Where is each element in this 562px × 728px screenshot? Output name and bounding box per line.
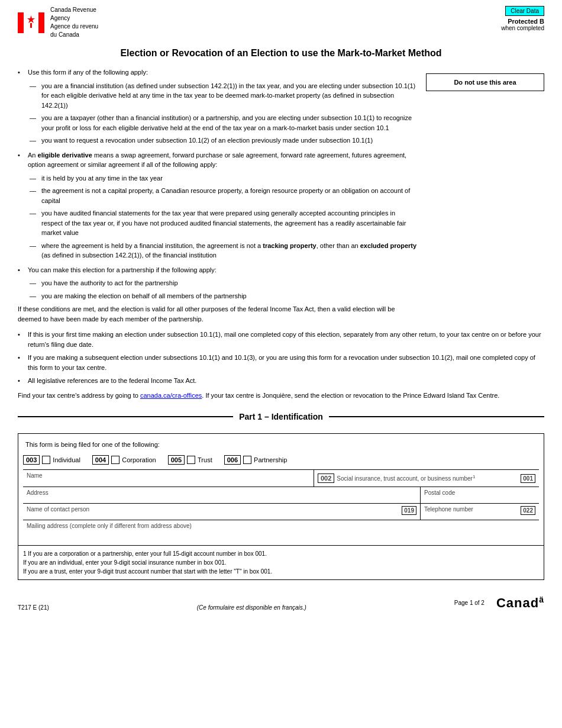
svg-rect-2	[38, 12, 44, 33]
sin-sup: 1	[473, 474, 475, 479]
sin-cell: 002 Social insurance, trust account, or …	[314, 470, 539, 487]
partnership-note: If these conditions are met, and the ele…	[18, 304, 417, 324]
bullet-dot: •	[18, 150, 25, 170]
footnote-3: If you are a trust, enter your 9-digit t…	[23, 567, 539, 576]
mailing-address-field[interactable]: Mailing address (complete only if differ…	[23, 520, 539, 540]
name-field[interactable]: Name	[23, 470, 314, 487]
partnership-bullets: — you have the authority to act for the …	[30, 278, 417, 301]
agency-branding: Canada Revenue Agency Agence du revenu d…	[18, 6, 98, 39]
subsequent-bullet: • If you are making a subsequent electio…	[18, 353, 544, 372]
divider-line-right	[329, 416, 544, 417]
svg-rect-4	[30, 23, 32, 28]
trust-label: Trust	[198, 456, 212, 463]
legislative-bullet: • All legislative references are to the …	[18, 376, 544, 386]
contact-field[interactable]: Name of contact person 019	[23, 504, 421, 520]
address-row: Address Postal code	[23, 487, 539, 503]
first-time-bullet: • If this is your first time making an e…	[18, 330, 544, 349]
clear-data-button[interactable]: Clear Data	[505, 6, 544, 16]
agency-en: Canada Revenue	[50, 7, 96, 13]
dash-icon: —	[30, 241, 38, 260]
eligible-bullet-4: where the agreement is held by a financi…	[41, 241, 417, 260]
dash-icon: —	[30, 113, 38, 133]
footnote-2: If you are an individual, enter your 9-d…	[23, 558, 539, 567]
when-completed-label: when completed	[501, 25, 544, 31]
eligible-bullet-3: you have audited financial statements fo…	[41, 208, 417, 238]
page-footer: T217 E (21) (Ce formulaire est disponibl…	[18, 592, 544, 611]
individual-checkbox[interactable]	[42, 456, 50, 464]
list-item: — you want to request a revocation under…	[30, 136, 417, 146]
cra-offices-link[interactable]: canada.ca/cra-offices	[140, 392, 202, 399]
list-item: — you have audited financial statements …	[30, 208, 417, 238]
partnership-checkbox[interactable]	[243, 456, 251, 464]
corporation-checkbox-item: 004 Corporation	[92, 455, 156, 465]
instructions-continued: • If this is your first time making an e…	[18, 330, 544, 400]
field-code-001: 001	[521, 474, 535, 483]
dash-icon: —	[30, 208, 38, 238]
mailing-label: Mailing address (complete only if differ…	[27, 523, 192, 529]
agency-fr2: du Canada	[50, 31, 79, 38]
dash-icon: —	[30, 278, 38, 288]
footnote-1: 1 If you are a corporation or a partners…	[23, 549, 539, 558]
instructions-main: • Use this form if any of the following …	[18, 67, 417, 324]
bullet-dot: •	[18, 67, 25, 78]
list-item: — where the agreement is held by a finan…	[30, 241, 417, 260]
eligible-derivative-text: An eligible derivative means a swap agre…	[28, 150, 417, 170]
bullet-dot: •	[18, 330, 25, 349]
divider-line-left	[18, 416, 233, 417]
tax-centre-info: Find your tax centre's address by going …	[18, 391, 544, 401]
canada-wordmark: Canadä	[496, 595, 544, 611]
french-note: (Ce formulaire est disponible en françai…	[197, 604, 306, 611]
contact-label: Name of contact person	[27, 506, 399, 513]
telephone-label: Telephone number	[424, 506, 518, 513]
part1-section: This form is being filed for one of the …	[18, 433, 544, 580]
partnership-checkbox-item: 006 Partnership	[224, 455, 288, 465]
eligible-derivative-intro: • An eligible derivative means a swap ag…	[18, 150, 417, 170]
corporation-checkbox[interactable]	[111, 456, 119, 464]
subsequent-text: If you are making a subsequent election …	[28, 353, 544, 372]
part1-label: Part 1 – Identification	[233, 412, 329, 421]
list-item: — the agreement is not a capital propert…	[30, 186, 417, 205]
first-time-text: If this is your first time making an ele…	[28, 330, 544, 349]
field-code-006: 006	[224, 455, 241, 465]
canada-a-special: ä	[539, 595, 544, 604]
form-title: Election or Revocation of an Election to…	[18, 48, 544, 59]
bullet-text-2: you are a taxpayer (other than a financi…	[41, 113, 417, 133]
use-form-text: Use this form if any of the following ap…	[28, 67, 148, 78]
contact-row: Name of contact person 019 Telephone num…	[23, 503, 539, 520]
bullet-text-1: you are a financial institution (as defi…	[41, 81, 417, 111]
protected-b-label: Protected B	[501, 18, 544, 25]
partnership-text: You can make this election for a partner…	[28, 265, 217, 275]
list-item: — you are a taxpayer (other than a finan…	[30, 113, 417, 133]
partnership-bullet-1: you have the authority to act for the pa…	[41, 278, 178, 288]
field-code-019: 019	[402, 506, 416, 515]
dash-icon: —	[30, 291, 38, 301]
svg-rect-0	[18, 12, 24, 33]
footnotes-section: 1 If you are a corporation or a partners…	[18, 545, 544, 579]
do-not-use-area-text: Do not use this area	[454, 79, 516, 86]
address-field[interactable]: Address	[23, 487, 421, 503]
page-info: Page 1 of 2	[454, 600, 485, 606]
part1-body: This form is being filed for one of the …	[18, 434, 544, 545]
bullet-dot: •	[18, 353, 25, 372]
bullet-text-3: you want to request a revocation under s…	[41, 136, 373, 146]
dash-icon: —	[30, 136, 38, 146]
postal-code-label: Postal code	[424, 489, 455, 496]
dash-icon: —	[30, 173, 38, 183]
partnership-bullet-2: you are making the election on behalf of…	[41, 291, 247, 301]
agency-en2: Agency	[50, 15, 70, 21]
use-form-intro: • Use this form if any of the following …	[18, 67, 417, 78]
canada-flag-icon	[18, 12, 44, 33]
individual-checkbox-item: 003 Individual	[23, 455, 80, 465]
page-header: Canada Revenue Agency Agence du revenu d…	[18, 6, 544, 39]
field-code-022: 022	[521, 506, 535, 515]
do-not-use-area-box: Do not use this area	[426, 73, 544, 91]
trust-checkbox-item: 005 Trust	[168, 455, 212, 465]
agency-fr: Agence du revenu	[50, 23, 98, 30]
field-code-004: 004	[92, 455, 109, 465]
header-right: Clear Data Protected B when completed	[501, 6, 544, 31]
bullet-dot: •	[18, 265, 25, 275]
list-item: — it is held by you at any time in the t…	[30, 173, 417, 183]
postal-code-field[interactable]: Postal code	[421, 487, 539, 503]
trust-checkbox[interactable]	[187, 456, 195, 464]
name-row: Name 002 Social insurance, trust account…	[23, 469, 539, 487]
